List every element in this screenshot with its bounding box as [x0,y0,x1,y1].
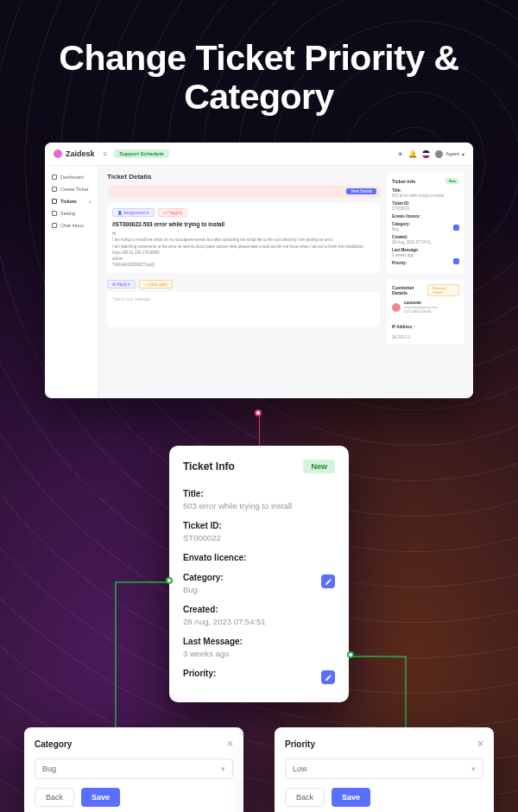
logo-icon [54,149,62,158]
created-label: Created: [183,605,335,614]
chevron-down-icon: ▾ [462,151,464,157]
flag-icon[interactable] [422,150,430,158]
title-label: Title: [183,489,335,498]
sidebar-item-tickets[interactable]: Tickets› [45,195,98,207]
back-button[interactable]: Back [285,788,325,807]
support-schedule-badge[interactable]: Support Schedule [114,149,168,158]
category-select-value: Bug [42,764,56,773]
ticket-info-zoom: Ticket Info New Title:503 error while tr… [169,446,349,702]
bell-icon[interactable]: 🔔 [408,150,417,158]
priority-select-value: Low [293,764,307,773]
dashboard-icon [52,174,57,180]
customer-panel: Customer Details Previous Tickets custom… [387,279,464,345]
save-button[interactable]: Save [332,788,370,807]
ticket-title: #ST000022-503 error while trying to inst… [112,221,375,227]
category-select[interactable]: Bug ▾ [35,758,233,779]
page-title: Ticket Details [107,173,380,181]
ticket-body: Hi I am trying to install the script on … [112,231,375,268]
priority-select[interactable]: Low ▾ [285,758,483,779]
ticket-id-label: Ticket ID: [183,521,335,530]
connector-priority [349,653,409,734]
connector-dot [347,651,354,658]
logo: Zaidesk [54,149,95,158]
headline: Change Ticket Priority & Category [0,0,518,143]
tickets-icon [52,199,57,204]
priority-popup: Priority × Low ▾ Back Save [275,727,494,812]
connector-dot [255,409,262,416]
lastmsg-value: 3 weeks ago [183,649,335,658]
gear-icon [52,211,57,216]
close-icon[interactable]: × [477,738,483,750]
agent-menu[interactable]: Agent ▾ [435,150,464,158]
licence-label: Envato licence: [183,553,335,562]
category-label: Category: [183,573,335,582]
chevron-down-icon: ▾ [471,764,476,773]
logo-text: Zaidesk [66,149,95,158]
customer-title: Customer Details [392,285,427,295]
app-header: Zaidesk ≡ Support Schedule ☀ 🔔 Agent ▾ [45,143,473,166]
edit-category-icon[interactable] [453,225,459,231]
pencil-icon [325,578,332,586]
category-popup: Category × Bug ▾ Back Save [24,727,243,812]
view-details-button[interactable]: View Details [346,188,376,194]
lastmsg-label: Last Message: [183,637,335,646]
edit-priority-icon[interactable] [453,258,459,264]
avatar-icon [435,150,443,158]
ticket-id-value: ST000022 [183,533,335,542]
edit-priority-button[interactable] [321,670,335,684]
new-badge: New [445,178,459,184]
ticket-card: 👤 Assignments ▾ 🏷 Tagging #ST000022-503 … [107,203,380,273]
back-button[interactable]: Back [35,788,74,807]
theme-icon[interactable]: ☀ [397,150,403,158]
popup-priority-title: Priority [285,739,315,749]
create-icon [52,187,57,192]
connector-category [112,579,173,734]
ticket-info-title: Ticket Info [392,179,415,184]
sidebar-item-create-ticket[interactable]: Create Ticket [45,183,98,195]
sidebar: Dashboard Create Ticket Tickets› Setting… [45,166,98,397]
chat-icon [52,223,57,228]
ticket-info-panel: Ticket Info New Title:503 error while tr… [387,173,464,274]
title-value: 503 error while trying to install [183,501,335,511]
reply-input[interactable]: Type in your message [107,292,380,327]
close-icon[interactable]: × [227,738,233,750]
category-value: Bug [183,585,335,594]
hamburger-icon[interactable]: ≡ [104,150,108,158]
agent-label: Agent [445,151,459,156]
pencil-icon [325,674,332,682]
chevron-down-icon: ▾ [221,764,225,773]
created-value: 28 Aug, 2023 07:54:51 [183,617,335,626]
popup-category-title: Category [35,739,72,749]
save-button[interactable]: Save [81,788,120,807]
chevron-right-icon: › [89,199,91,204]
previous-tickets-button[interactable]: Previous Tickets [427,284,459,296]
tagging-badge[interactable]: 🏷 Tagging [158,208,187,217]
zoom-title: Ticket Info [183,460,235,473]
app-screenshot: Zaidesk ≡ Support Schedule ☀ 🔔 Agent ▾ D… [45,143,473,398]
quick-reply-button[interactable]: + Quick reply [139,280,172,289]
sidebar-item-chat[interactable]: Chat-Inbox [45,219,98,232]
sidebar-item-dashboard[interactable]: Dashboard [45,171,98,183]
priority-label: Priority: [183,669,335,678]
alert-bar: View Details [107,186,380,198]
connector-dot [166,577,173,584]
customer-avatar [392,303,401,312]
assignments-badge[interactable]: 👤 Assignments ▾ [112,208,155,217]
edit-category-button[interactable] [321,574,335,588]
ai-reply-button[interactable]: AI Reply ▾ [107,280,136,289]
new-badge: New [303,460,335,473]
sidebar-item-setting[interactable]: Setting [45,207,98,219]
